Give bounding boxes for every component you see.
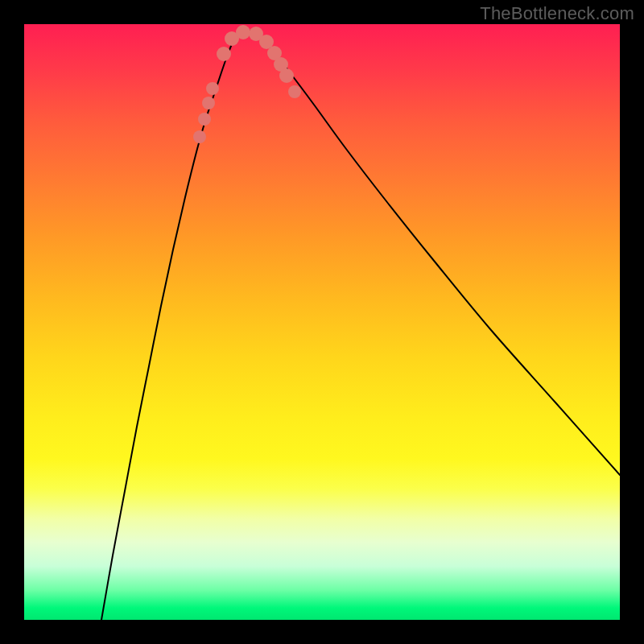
bottleneck-curve — [101, 31, 620, 620]
marker-group — [193, 25, 301, 143]
watermark-text: TheBottleneck.com — [480, 3, 634, 24]
curve-svg — [24, 24, 620, 620]
plot-area — [24, 24, 620, 620]
chart-frame: TheBottleneck.com — [0, 0, 644, 644]
data-marker — [206, 82, 219, 95]
data-marker — [202, 97, 215, 109]
data-marker — [288, 85, 301, 98]
data-marker — [198, 113, 211, 126]
data-marker — [217, 47, 231, 61]
data-marker — [193, 130, 206, 143]
data-marker — [236, 25, 250, 39]
data-marker — [279, 68, 294, 83]
